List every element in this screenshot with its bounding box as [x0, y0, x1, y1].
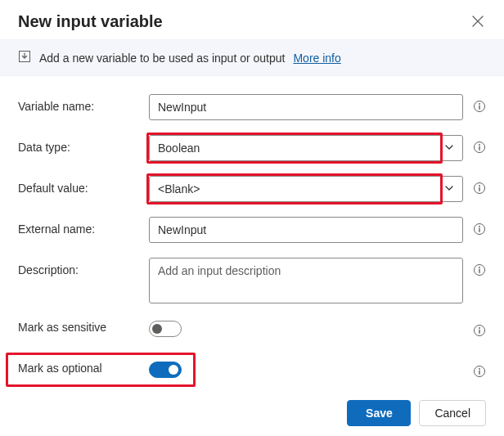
- info-bar: Add a new variable to be used as input o…: [0, 39, 504, 76]
- label-description: Description:: [18, 258, 149, 276]
- save-button[interactable]: Save: [347, 400, 411, 426]
- close-button[interactable]: [466, 10, 489, 33]
- row-default-value: Default value: <Blank>: [18, 176, 486, 202]
- svg-point-8: [479, 185, 480, 187]
- data-type-value: Boolean: [158, 141, 439, 155]
- row-mark-sensitive: Mark as sensitive: [18, 318, 486, 344]
- description-input[interactable]: [149, 258, 463, 303]
- more-info-link[interactable]: More info: [293, 52, 340, 65]
- info-icon[interactable]: [473, 365, 486, 380]
- default-value-value: <Blank>: [158, 182, 439, 196]
- chevron-down-icon: [444, 182, 454, 196]
- info-icon[interactable]: [473, 182, 486, 197]
- svg-rect-18: [479, 329, 479, 333]
- svg-rect-21: [479, 370, 479, 374]
- label-external-name: External name:: [18, 217, 149, 236]
- info-text: Add a new variable to be used as input o…: [39, 52, 285, 65]
- label-mark-optional: Mark as optional: [18, 359, 149, 375]
- info-icon[interactable]: [473, 324, 486, 339]
- row-mark-optional: Mark as optional: [18, 359, 486, 385]
- label-mark-sensitive: Mark as sensitive: [18, 318, 149, 334]
- new-input-variable-dialog: New input variable Add a new variable to…: [0, 0, 504, 436]
- svg-rect-6: [479, 146, 479, 150]
- cancel-button[interactable]: Cancel: [419, 400, 486, 426]
- label-default-value: Default value:: [18, 176, 149, 195]
- label-data-type: Data type:: [18, 135, 149, 154]
- info-icon[interactable]: [473, 100, 486, 115]
- close-icon: [472, 16, 484, 27]
- svg-point-5: [479, 144, 480, 146]
- default-value-select[interactable]: <Blank>: [149, 176, 463, 202]
- dialog-title: New input variable: [18, 12, 163, 31]
- svg-rect-15: [479, 268, 479, 272]
- svg-rect-12: [479, 227, 479, 231]
- svg-point-11: [479, 226, 480, 227]
- svg-point-2: [479, 103, 480, 105]
- svg-point-17: [479, 327, 480, 329]
- svg-rect-3: [479, 105, 479, 109]
- chevron-down-icon: [444, 141, 454, 155]
- row-external-name: External name:: [18, 217, 486, 243]
- form-body: Variable name: Data type: Boolean Defaul…: [0, 94, 504, 400]
- row-data-type: Data type: Boolean: [18, 135, 486, 161]
- download-icon: [18, 50, 31, 65]
- row-description: Description:: [18, 258, 486, 303]
- row-variable-name: Variable name:: [18, 94, 486, 120]
- svg-point-14: [479, 267, 480, 268]
- variable-name-input[interactable]: [149, 94, 463, 120]
- dialog-header: New input variable: [0, 0, 504, 39]
- info-icon[interactable]: [473, 263, 486, 279]
- svg-rect-9: [479, 187, 479, 191]
- dialog-footer: Save Cancel: [0, 400, 504, 436]
- mark-optional-toggle[interactable]: [149, 362, 182, 378]
- svg-point-20: [479, 368, 480, 370]
- data-type-select[interactable]: Boolean: [149, 135, 463, 161]
- label-variable-name: Variable name:: [18, 94, 149, 113]
- info-icon[interactable]: [473, 222, 486, 238]
- mark-sensitive-toggle[interactable]: [149, 321, 182, 337]
- info-icon[interactable]: [473, 141, 486, 156]
- external-name-input[interactable]: [149, 217, 463, 243]
